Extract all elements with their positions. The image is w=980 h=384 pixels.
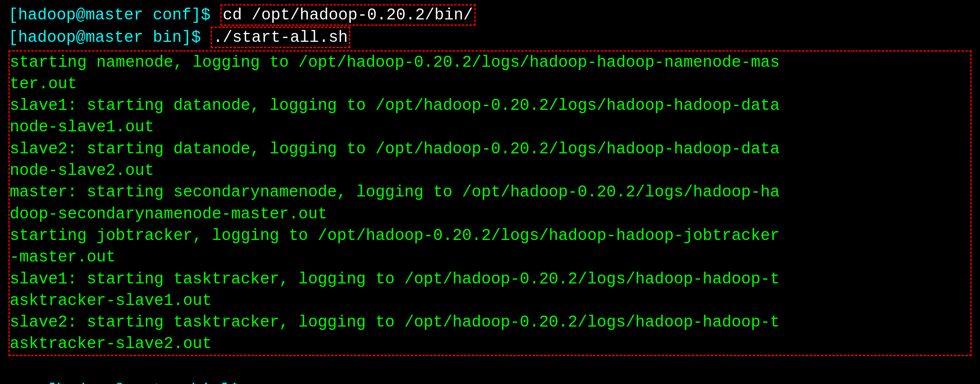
output-block: starting namenode, logging to /opt/hadoo… bbox=[8, 50, 972, 356]
final-prompt-line: [hadoop@master bin]$ bbox=[8, 358, 972, 384]
output-line-14: asktracker-slave2.out bbox=[10, 333, 970, 354]
output-line-3: slave1: starting datanode, logging to /o… bbox=[10, 95, 970, 116]
output-line-11: slave1: starting tasktracker, logging to… bbox=[10, 268, 970, 290]
output-line-2: ter.out bbox=[10, 73, 970, 95]
final-prompt: [hadoop@master bin]$ bbox=[47, 381, 249, 384]
prompt-1: [hadoop@master conf]$ bbox=[8, 6, 220, 24]
output-line-7: master: starting secondarynamenode, logg… bbox=[10, 181, 970, 203]
command-2: ./start-all.sh bbox=[211, 27, 350, 48]
prompt-2: [hadoop@master bin]$ bbox=[8, 28, 211, 46]
command-1: cd /opt/hadoop-0.20.2/bin/ bbox=[220, 4, 476, 26]
output-line-10: -master.out bbox=[10, 246, 970, 268]
prompt-line-2: [hadoop@master bin]$ ./start-all.sh bbox=[8, 27, 972, 48]
output-line-8: doop-secondarynamenode-master.out bbox=[10, 203, 970, 225]
output-line-13: slave2: starting tasktracker, logging to… bbox=[10, 311, 970, 333]
output-line-9: starting jobtracker, logging to /opt/had… bbox=[10, 225, 970, 246]
output-line-4: node-slave1.out bbox=[10, 116, 970, 138]
output-line-1: starting namenode, logging to /opt/hadoo… bbox=[10, 52, 970, 73]
terminal-window: [hadoop@master conf]$ cd /opt/hadoop-0.2… bbox=[0, 0, 980, 384]
output-line-6: node-slave2.out bbox=[10, 160, 970, 181]
output-line-12: asktracker-slave1.out bbox=[10, 290, 970, 311]
prompt-line-1: [hadoop@master conf]$ cd /opt/hadoop-0.2… bbox=[8, 4, 972, 26]
output-line-5: slave2: starting datanode, logging to /o… bbox=[10, 138, 970, 160]
